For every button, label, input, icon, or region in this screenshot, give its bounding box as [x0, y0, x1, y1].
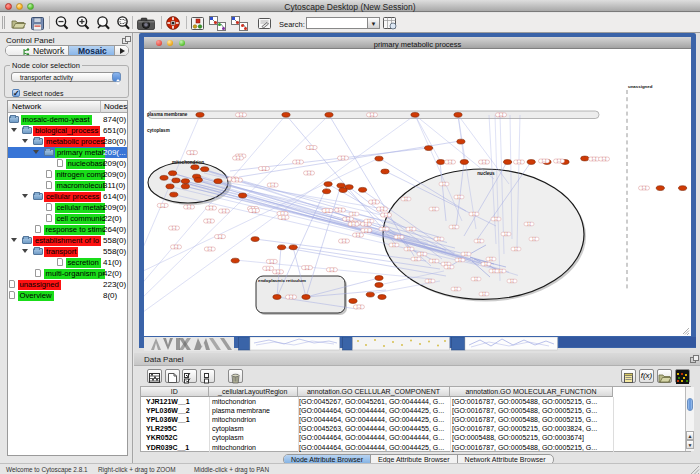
svg-text:[...]: [...]: [330, 268, 334, 272]
svg-text:[..]: [..]: [477, 239, 480, 243]
svg-text:[...]: [...]: [172, 226, 176, 230]
svg-text:[..]: [..]: [352, 212, 355, 216]
svg-text:[...]: [...]: [218, 235, 222, 239]
svg-text:[...]: [...]: [517, 160, 521, 164]
svg-text:endoplasmic reticulum: endoplasmic reticulum: [258, 278, 306, 283]
svg-text:[...]: [...]: [325, 209, 329, 213]
svg-text:[..]: [..]: [458, 258, 461, 262]
svg-text:[..]: [..]: [464, 252, 467, 256]
svg-text:[...]: [...]: [346, 217, 350, 221]
svg-text:[...]: [...]: [236, 156, 240, 160]
svg-text:[...]: [...]: [289, 295, 293, 299]
svg-text:[...]: [...]: [262, 167, 266, 171]
svg-text:unassigned: unassigned: [628, 84, 653, 89]
svg-text:[...]: [...]: [161, 204, 165, 208]
svg-text:[..]: [..]: [397, 235, 400, 239]
svg-text:[..]: [..]: [489, 257, 492, 261]
svg-text:[..]: [..]: [494, 217, 497, 221]
svg-text:[..]: [..]: [432, 259, 435, 263]
svg-text:[..]: [..]: [452, 225, 455, 229]
svg-text:[..]: [..]: [404, 197, 407, 201]
svg-text:[...]: [...]: [592, 157, 596, 161]
svg-text:[...]: [...]: [356, 233, 360, 237]
svg-text:[..]: [..]: [527, 222, 530, 226]
svg-text:[...]: [...]: [276, 270, 280, 274]
svg-text:[...]: [...]: [364, 229, 368, 233]
svg-text:[...]: [...]: [209, 206, 213, 210]
svg-text:mitochondrion: mitochondrion: [172, 160, 204, 165]
svg-text:[...]: [...]: [305, 266, 309, 270]
svg-text:[..]: [..]: [414, 257, 417, 261]
svg-text:[...]: [...]: [557, 159, 561, 163]
svg-text:[...]: [...]: [281, 216, 285, 220]
svg-text:[..]: [..]: [428, 279, 431, 283]
svg-text:[...]: [...]: [542, 159, 546, 163]
svg-text:[...]: [...]: [307, 171, 311, 175]
svg-text:[...]: [...]: [342, 239, 346, 243]
svg-text:[...]: [...]: [499, 113, 503, 117]
svg-text:[...]: [...]: [338, 208, 342, 212]
svg-text:[...]: [...]: [482, 160, 486, 164]
svg-text:[...]: [...]: [448, 160, 452, 164]
svg-text:[...]: [...]: [370, 113, 374, 117]
svg-text:[..]: [..]: [409, 227, 412, 231]
svg-text:[...]: [...]: [642, 186, 646, 190]
svg-text:[...]: [...]: [239, 113, 243, 117]
svg-text:cytoplasm: cytoplasm: [147, 128, 170, 133]
svg-text:[...]: [...]: [602, 157, 606, 161]
svg-text:[..]: [..]: [382, 227, 385, 231]
svg-text:[..]: [..]: [514, 247, 517, 251]
svg-text:[...]: [...]: [271, 183, 275, 187]
svg-text:[...]: [...]: [252, 209, 256, 213]
svg-text:[..]: [..]: [504, 232, 507, 236]
svg-text:[..]: [..]: [484, 262, 487, 266]
svg-text:[..]: [..]: [457, 195, 460, 199]
svg-text:[...]: [...]: [384, 213, 388, 217]
svg-text:[..]: [..]: [482, 292, 485, 296]
svg-text:[...]: [...]: [190, 151, 194, 155]
svg-text:[..]: [..]: [474, 277, 477, 281]
svg-text:[...]: [...]: [207, 219, 211, 223]
svg-text:[...]: [...]: [208, 247, 212, 251]
svg-text:[...]: [...]: [341, 156, 345, 160]
svg-text:[...]: [...]: [372, 200, 376, 204]
svg-text:[...]: [...]: [222, 209, 226, 213]
svg-text:[..]: [..]: [432, 207, 435, 211]
svg-text:[...]: [...]: [380, 207, 384, 211]
svg-text:[...]: [...]: [187, 205, 191, 209]
svg-text:[..]: [..]: [437, 237, 440, 241]
svg-text:[..]: [..]: [532, 237, 535, 241]
svg-text:[..]: [..]: [420, 252, 423, 256]
svg-text:plasma membrane: plasma membrane: [147, 112, 188, 117]
svg-text:nucleus: nucleus: [477, 171, 495, 176]
svg-text:[...]: [...]: [357, 305, 361, 309]
svg-text:[...]: [...]: [270, 260, 274, 264]
svg-text:[...]: [...]: [235, 178, 239, 182]
svg-text:[..]: [..]: [492, 269, 495, 273]
svg-text:[..]: [..]: [442, 182, 445, 186]
svg-text:[..]: [..]: [472, 212, 475, 216]
svg-text:[..]: [..]: [407, 247, 410, 251]
svg-text:[...]: [...]: [310, 146, 314, 150]
svg-text:[..]: [..]: [447, 265, 450, 269]
svg-text:[..]: [..]: [454, 287, 457, 291]
svg-text:[..]: [..]: [510, 279, 513, 283]
svg-text:[...]: [...]: [174, 245, 178, 249]
svg-text:[...]: [...]: [296, 160, 300, 164]
svg-text:[..]: [..]: [367, 219, 370, 223]
svg-text:[...]: [...]: [352, 222, 356, 226]
svg-text:[...]: [...]: [266, 267, 270, 271]
svg-text:[..]: [..]: [499, 269, 502, 273]
svg-text:[..]: [..]: [392, 243, 395, 247]
